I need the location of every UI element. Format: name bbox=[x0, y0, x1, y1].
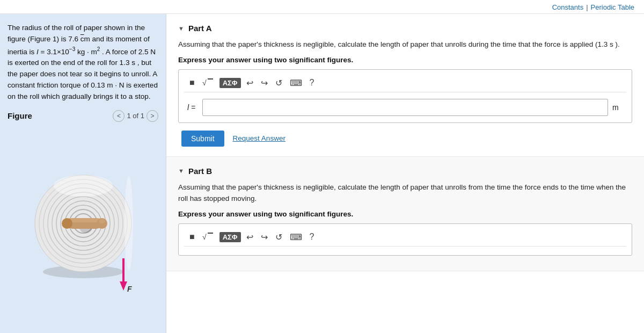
part-a-title: Part A bbox=[188, 24, 212, 33]
part-a-submit-button[interactable]: Submit bbox=[181, 131, 224, 147]
svg-point-17 bbox=[125, 176, 133, 271]
part-a-unit: m bbox=[612, 103, 623, 112]
part-b-instruction: Express your answer using two significan… bbox=[178, 210, 632, 218]
part-a-input-label: l = bbox=[187, 103, 198, 112]
part-b-header: ▼ Part B bbox=[178, 166, 632, 176]
svg-text:F: F bbox=[127, 285, 132, 293]
part-b-help-btn[interactable]: ? bbox=[308, 231, 317, 243]
separator: | bbox=[586, 3, 588, 11]
problem-text: The radius of the roll of paper shown in… bbox=[8, 23, 158, 103]
svg-point-18 bbox=[54, 175, 113, 197]
right-panel: ▼ Part A Assuming that the paper's thick… bbox=[166, 14, 644, 333]
top-bar: Constants | Periodic Table bbox=[0, 0, 644, 14]
part-a-toolbar: ■ √ ΑΣΦ ↩ ↪ ↺ ⌨ ? bbox=[184, 74, 626, 92]
figure-next-button[interactable]: > bbox=[147, 110, 158, 122]
figure-image-area: F bbox=[8, 126, 158, 327]
figure-nav: < 1 of 1 > bbox=[113, 110, 158, 122]
part-a-undo-btn[interactable]: ↩ bbox=[244, 77, 255, 89]
part-a-header: ▼ Part A bbox=[178, 24, 632, 33]
part-a-request-answer-button[interactable]: Request Answer bbox=[233, 134, 286, 142]
part-b-block-btn[interactable]: ■ bbox=[187, 231, 197, 243]
part-a-keyboard-btn[interactable]: ⌨ bbox=[288, 77, 304, 89]
figure-header: Figure < 1 of 1 > bbox=[8, 110, 158, 122]
part-a-redo-btn[interactable]: ↪ bbox=[259, 77, 270, 89]
svg-marker-20 bbox=[120, 281, 127, 291]
part-b-section: ▼ Part B Assuming that the paper's thick… bbox=[166, 157, 644, 271]
part-b-toolbar: ■ √ ΑΣΦ ↩ ↪ ↺ ⌨ ? bbox=[184, 228, 626, 247]
part-a-math-btn[interactable]: ΑΣΦ bbox=[219, 78, 241, 88]
figure-prev-button[interactable]: < bbox=[113, 110, 125, 122]
constants-link[interactable]: Constants bbox=[552, 3, 584, 11]
svg-rect-25 bbox=[208, 233, 213, 234]
figure-section: Figure < 1 of 1 > bbox=[8, 110, 158, 327]
figure-label: Figure bbox=[8, 111, 32, 120]
paper-roll-illustration: F bbox=[21, 159, 145, 293]
part-b-title: Part B bbox=[188, 166, 212, 176]
svg-point-16 bbox=[99, 219, 105, 223]
part-a-reset-btn[interactable]: ↺ bbox=[273, 77, 284, 89]
part-b-question: Assuming that the paper's thickness is n… bbox=[178, 182, 632, 205]
part-b-collapse-icon[interactable]: ▼ bbox=[178, 168, 184, 174]
svg-rect-13 bbox=[67, 218, 102, 222]
figure-page-indicator: 1 of 1 bbox=[127, 112, 144, 120]
part-b-reset-btn[interactable]: ↺ bbox=[273, 231, 284, 243]
part-a-question: Assuming that the paper's thickness is n… bbox=[178, 39, 632, 50]
periodic-table-link[interactable]: Periodic Table bbox=[591, 3, 634, 11]
left-panel: The radius of the roll of paper shown in… bbox=[0, 14, 166, 333]
svg-text:√: √ bbox=[202, 78, 207, 87]
part-a-instruction: Express your answer using two significan… bbox=[178, 56, 632, 64]
svg-text:√: √ bbox=[202, 233, 207, 241]
part-b-undo-btn[interactable]: ↩ bbox=[244, 231, 255, 243]
part-a-collapse-icon[interactable]: ▼ bbox=[178, 25, 184, 32]
part-b-math-btn[interactable]: ΑΣΦ bbox=[219, 232, 241, 242]
part-a-block-btn[interactable]: ■ bbox=[187, 77, 197, 89]
svg-point-14 bbox=[62, 218, 72, 229]
part-b-answer-box: ■ √ ΑΣΦ ↩ ↪ ↺ ⌨ ? bbox=[178, 223, 632, 256]
part-b-keyboard-btn[interactable]: ⌨ bbox=[288, 231, 304, 243]
sqrt-icon-b: √ bbox=[202, 231, 214, 241]
part-a-section: ▼ Part A Assuming that the paper's thick… bbox=[166, 14, 644, 157]
sqrt-icon: √ bbox=[202, 77, 214, 87]
part-a-answer-input[interactable] bbox=[202, 99, 608, 116]
svg-rect-23 bbox=[208, 78, 213, 79]
part-a-answer-box: ■ √ ΑΣΦ ↩ ↪ ↺ ⌨ ? l = bbox=[178, 69, 632, 123]
main-layout: The radius of the roll of paper shown in… bbox=[0, 14, 644, 333]
part-a-input-row: l = m bbox=[184, 97, 626, 118]
part-a-help-btn[interactable]: ? bbox=[308, 77, 317, 89]
part-a-action-row: Submit Request Answer bbox=[178, 129, 632, 148]
part-a-sqrt-btn[interactable]: √ bbox=[200, 76, 216, 90]
part-b-sqrt-btn[interactable]: √ bbox=[200, 230, 216, 244]
part-b-redo-btn[interactable]: ↪ bbox=[259, 231, 270, 243]
